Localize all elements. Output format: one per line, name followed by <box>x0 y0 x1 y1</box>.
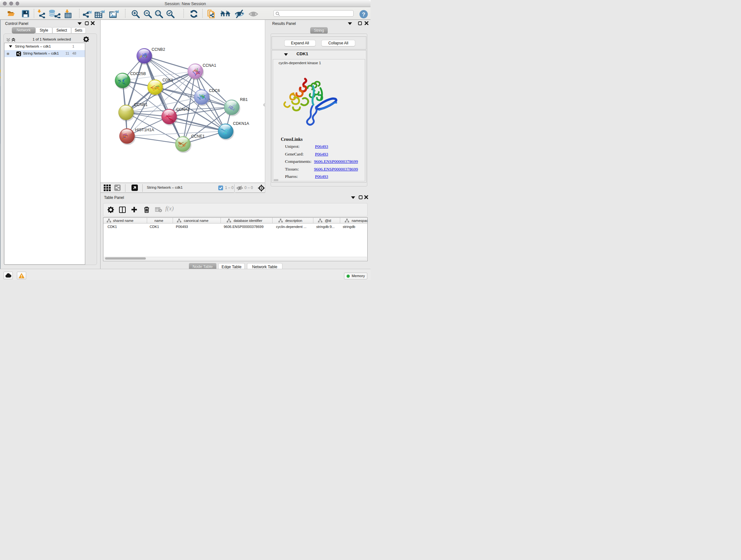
svg-text:CCNA1: CCNA1 <box>203 63 216 68</box>
svg-text:CDC6: CDC6 <box>209 88 220 93</box>
svg-text:CDC25B: CDC25B <box>130 71 146 76</box>
svg-text:CCNA2: CCNA2 <box>176 107 190 112</box>
svg-text:?: ? <box>362 11 365 17</box>
svg-text:CCNB2: CCNB2 <box>151 47 165 52</box>
svg-text:CDKN1A: CDKN1A <box>233 121 249 126</box>
svg-text:HIST1H1A: HIST1H1A <box>135 128 154 132</box>
svg-text:CCNE1: CCNE1 <box>191 134 205 138</box>
svg-text:CDK1: CDK1 <box>162 78 173 82</box>
svg-text:CCNB1: CCNB1 <box>134 103 147 107</box>
svg-text:RB1: RB1 <box>240 98 248 102</box>
